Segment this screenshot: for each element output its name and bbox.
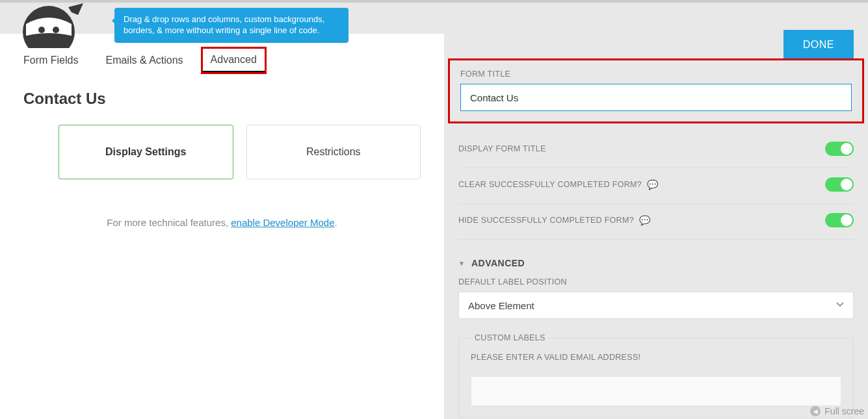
comment-icon: 💬 bbox=[647, 179, 658, 190]
advanced-section-header[interactable]: ▼ ADVANCED bbox=[458, 258, 854, 268]
email-error-input[interactable] bbox=[471, 376, 841, 406]
tab-advanced[interactable]: Advanced bbox=[203, 49, 265, 72]
clear-completed-toggle[interactable] bbox=[825, 177, 854, 192]
right-panel: FORM TITLE DISPLAY FORM TITLE CLEAR SUCC… bbox=[444, 34, 868, 419]
tech-note-prefix: For more technical features, bbox=[107, 217, 231, 228]
main-content: Form Fields Emails & Actions Advanced Co… bbox=[0, 34, 868, 419]
tab-form-fields[interactable]: Form Fields bbox=[23, 52, 78, 69]
default-label-position-select[interactable]: Above Element bbox=[458, 292, 854, 319]
ninja-logo bbox=[13, 0, 85, 48]
toggle-clear-completed: CLEAR SUCCESSFULLY COMPLETED FORM? 💬 bbox=[458, 168, 854, 204]
arrow-left-icon: ◄ bbox=[810, 406, 821, 416]
email-error-label: PLEASE ENTER A VALID EMAIL ADDRESS! bbox=[471, 353, 841, 362]
form-title-input[interactable] bbox=[460, 84, 852, 111]
enable-developer-mode-link[interactable]: enable Developer Mode bbox=[231, 217, 334, 228]
custom-labels-legend: CUSTOM LABELS bbox=[471, 333, 549, 342]
tab-emails-actions[interactable]: Emails & Actions bbox=[105, 52, 183, 69]
clear-completed-label: CLEAR SUCCESSFULLY COMPLETED FORM? bbox=[458, 180, 642, 189]
fullscreen-text: Full scree bbox=[824, 406, 864, 416]
hide-completed-toggle[interactable] bbox=[825, 213, 854, 227]
promo-tooltip: Drag & drop rows and columns, custom bac… bbox=[114, 8, 349, 43]
developer-mode-note: For more technical features, enable Deve… bbox=[0, 217, 444, 228]
card-restrictions[interactable]: Restrictions bbox=[246, 125, 421, 179]
advanced-section-title: ADVANCED bbox=[471, 258, 525, 268]
toggle-hide-completed: HIDE SUCCESSFULLY COMPLETED FORM? 💬 bbox=[458, 204, 854, 240]
hide-completed-label: HIDE SUCCESSFULLY COMPLETED FORM? bbox=[458, 216, 634, 225]
svg-point-2 bbox=[53, 27, 59, 33]
page-title: Contact Us bbox=[0, 82, 444, 125]
settings-cards: Display Settings Restrictions bbox=[0, 125, 444, 179]
tech-note-suffix: . bbox=[335, 217, 337, 228]
svg-point-1 bbox=[38, 27, 45, 33]
form-title-highlight: FORM TITLE bbox=[448, 58, 864, 123]
form-title-label: FORM TITLE bbox=[460, 70, 852, 79]
caret-down-icon: ▼ bbox=[458, 260, 465, 267]
fullscreen-hint[interactable]: ◄ Full scree bbox=[810, 406, 864, 416]
toggle-display-form-title: DISPLAY FORM TITLE bbox=[458, 133, 854, 168]
default-label-position-label: DEFAULT LABEL POSITION bbox=[458, 277, 854, 286]
custom-labels-fieldset: CUSTOM LABELS PLEASE ENTER A VALID EMAIL… bbox=[458, 333, 854, 418]
card-display-settings[interactable]: Display Settings bbox=[59, 125, 233, 179]
display-form-title-toggle[interactable] bbox=[825, 142, 854, 156]
comment-icon: 💬 bbox=[639, 215, 650, 225]
header: Drag & drop rows and columns, custom bac… bbox=[0, 3, 868, 34]
left-panel: Form Fields Emails & Actions Advanced Co… bbox=[0, 34, 444, 419]
display-form-title-label: DISPLAY FORM TITLE bbox=[458, 144, 546, 153]
